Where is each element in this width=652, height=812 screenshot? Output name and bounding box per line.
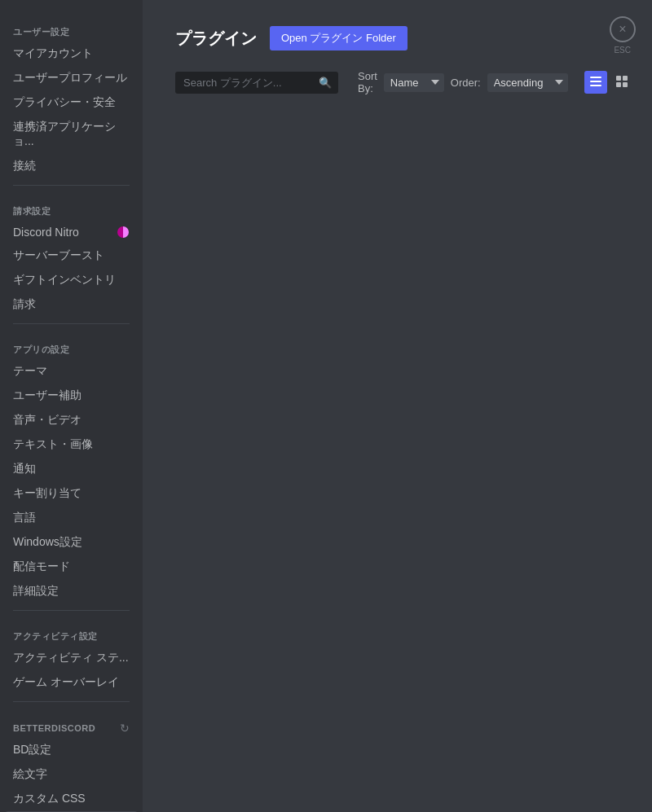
section-label-app-settings: アプリの設定: [5, 331, 138, 359]
sidebar-item-gift-inventory[interactable]: ギフトインベントリ: [5, 268, 138, 292]
sidebar-item-keybinds[interactable]: キー割り当て: [5, 481, 138, 506]
plugin-list: [175, 111, 619, 765]
order-label: Order:: [451, 77, 481, 89]
sidebar-item-game-overlay[interactable]: ゲーム オーバーレイ: [5, 670, 138, 695]
divider-1: [13, 185, 130, 186]
svg-rect-1: [590, 81, 601, 82]
sort-by-select[interactable]: Name Author Version: [384, 73, 444, 92]
sidebar-item-authorized-apps[interactable]: 連携済アプリケーショ...: [5, 115, 138, 154]
search-container: 🔍: [175, 72, 338, 94]
section-label-activity: アクティビティ設定: [5, 617, 138, 646]
sidebar: ユーザー設定 マイアカウント ユーザープロフィール プライバシー・安全 連携済ア…: [0, 0, 143, 812]
sidebar-item-connections[interactable]: 接続: [5, 154, 138, 178]
view-list-button[interactable]: [584, 71, 607, 94]
sidebar-item-my-account[interactable]: マイアカウント: [5, 42, 138, 66]
divider-3: [13, 610, 130, 611]
sidebar-item-emotes[interactable]: 絵文字: [5, 762, 138, 787]
sidebar-item-advanced[interactable]: 詳細設定: [5, 579, 138, 604]
grid-view-icon: [615, 75, 628, 90]
sidebar-item-language[interactable]: 言語: [5, 506, 138, 530]
sidebar-item-notifications[interactable]: 通知: [5, 457, 138, 481]
view-buttons: [584, 71, 633, 94]
sidebar-item-discord-nitro[interactable]: Discord Nitro: [5, 221, 138, 244]
bd-reload-icon[interactable]: ↻: [120, 722, 130, 735]
open-folder-button[interactable]: Open プラグイン Folder: [270, 26, 408, 50]
sidebar-item-windows-settings[interactable]: Windows設定: [5, 530, 138, 555]
close-icon: ×: [619, 22, 626, 37]
sidebar-item-custom-css[interactable]: カスタム CSS: [5, 787, 138, 811]
nitro-icon: [117, 226, 130, 239]
sidebar-item-privacy-safety[interactable]: プライバシー・安全: [5, 90, 138, 115]
toolbar: 🔍 Sort By: Name Author Version Order: As…: [175, 70, 619, 94]
divider-2: [13, 323, 130, 324]
sidebar-item-activity-status[interactable]: アクティビティ ステ...: [5, 646, 138, 670]
sidebar-item-text-images[interactable]: テキスト・画像: [5, 432, 138, 457]
sort-controls: Sort By: Name Author Version Order: Asce…: [358, 70, 568, 94]
section-label-user-settings: ユーザー設定: [5, 13, 138, 42]
close-button[interactable]: ×: [610, 16, 636, 42]
svg-rect-3: [616, 76, 621, 81]
sort-by-label: Sort By:: [358, 70, 377, 94]
sidebar-item-billing[interactable]: 請求: [5, 292, 138, 317]
sidebar-item-server-boost[interactable]: サーバーブースト: [5, 244, 138, 268]
svg-rect-6: [623, 82, 628, 87]
sidebar-item-bd-settings[interactable]: BD設定: [5, 738, 138, 762]
sidebar-item-appearance[interactable]: テーマ: [5, 359, 138, 384]
order-select[interactable]: Ascending Descending: [487, 73, 568, 92]
section-label-betterdiscord: BETTERDISCORD: [13, 723, 95, 733]
search-icon: 🔍: [319, 77, 332, 89]
sidebar-item-voice-video[interactable]: 音声・ビデオ: [5, 408, 138, 432]
esc-label: ESC: [614, 46, 631, 55]
svg-rect-0: [590, 77, 601, 78]
page-header: プラグイン Open プラグイン Folder: [175, 26, 619, 50]
svg-rect-5: [616, 82, 621, 87]
view-grid-button[interactable]: [610, 71, 633, 94]
svg-rect-2: [590, 85, 601, 86]
search-input[interactable]: [175, 72, 338, 94]
section-label-billing: 請求設定: [5, 192, 138, 221]
svg-rect-4: [623, 76, 628, 81]
page-title: プラグイン: [175, 28, 257, 50]
sidebar-item-streamer-mode[interactable]: 配信モード: [5, 555, 138, 579]
sidebar-item-user-profile[interactable]: ユーザープロフィール: [5, 66, 138, 90]
main-content: × ESC プラグイン Open プラグイン Folder 🔍 Sort By:…: [143, 0, 652, 812]
list-view-icon: [589, 75, 602, 90]
sidebar-item-accessibility[interactable]: ユーザー補助: [5, 384, 138, 408]
divider-4: [13, 701, 130, 702]
